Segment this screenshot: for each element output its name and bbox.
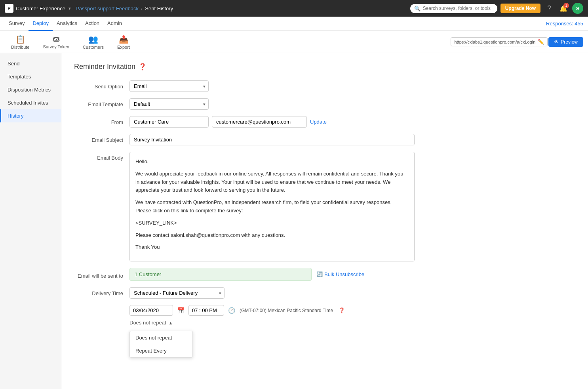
url-bar: https://cxlabs1.questionpro.com/a/cxLogi… [451, 37, 548, 46]
brand-name: Customer Experience [16, 6, 65, 11]
datetime-row: 📅 🕐 (GMT-07:00) Mexican Pacific Standard… [129, 305, 575, 316]
clock-icon[interactable]: 🕐 [228, 307, 236, 314]
distribute-icon: 📋 [15, 34, 25, 44]
email-template-row: Email Template Default Custom [74, 98, 575, 110]
toolbar-export[interactable]: 📤 Export [111, 33, 136, 51]
url-text: https://cxlabs1.questionpro.com/a/cxLogi… [454, 40, 535, 44]
email-body-box[interactable]: Hello, We would appreciate your feedback… [129, 152, 415, 261]
recipients-control: 1 Customer 🔄 Bulk Unsubscribe [129, 268, 575, 281]
breadcrumb-separator: › [141, 6, 143, 11]
secondary-nav: Survey Deploy Analytics Action Admin Res… [0, 17, 588, 31]
email-body-row: Email Body Hello, We would appreciate yo… [74, 152, 575, 261]
toolbar-export-label: Export [117, 45, 130, 50]
email-body-line3: We have contracted with QuestionPro, an … [135, 198, 409, 215]
bulk-unsubscribe-label: Bulk Unsubscribe [324, 271, 364, 277]
email-body-line4: <SURVEY_LINK> [135, 219, 409, 227]
from-label: From [74, 116, 129, 125]
search-box[interactable]: 🔍 [410, 4, 497, 13]
toolbar-survey-token-label: Survey Token [43, 44, 69, 49]
email-subject-control [129, 134, 575, 145]
from-name-input[interactable] [129, 116, 209, 128]
update-link[interactable]: Update [310, 119, 327, 125]
email-subject-label: Email Subject [74, 134, 129, 143]
bulk-unsubscribe-link[interactable]: 🔄 Bulk Unsubscribe [316, 271, 364, 277]
delivery-time-label: Delivery Time [74, 287, 129, 296]
nav-action[interactable]: Action [81, 17, 103, 31]
calendar-icon[interactable]: 📅 [177, 307, 185, 314]
title-help-icon[interactable]: ❓ [139, 63, 147, 71]
notifications-button[interactable]: 🔔 1 [558, 3, 569, 14]
email-body-label: Email Body [74, 152, 129, 161]
breadcrumb-parent[interactable]: Passport support Feedback [76, 6, 139, 11]
upgrade-button[interactable]: Upgrade Now [500, 4, 540, 13]
brand-logo: P [5, 4, 13, 13]
timezone-help-icon[interactable]: ❓ [339, 307, 345, 313]
avatar-button[interactable]: S [572, 3, 583, 14]
from-control: Update [129, 116, 575, 128]
email-template-label: Email Template [74, 98, 129, 107]
page-title-text: Reminder Invitation [74, 63, 135, 71]
breadcrumb-current: Sent History [145, 6, 173, 11]
email-body-control: Hello, We would appreciate your feedback… [129, 152, 575, 261]
delivery-time-wrapper: Send Immediately Scheduled - Future Deli… [129, 287, 225, 299]
notification-badge: 1 [563, 3, 569, 8]
export-icon: 📤 [119, 34, 129, 44]
toolbar-customers-label: Customers [83, 45, 104, 50]
sidebar-item-scheduled-invites[interactable]: Scheduled Invites [0, 96, 61, 109]
survey-token-icon: 🎟 [52, 34, 60, 44]
email-subject-row: Email Subject [74, 134, 575, 145]
repeat-label: Does not repeat [129, 320, 166, 326]
recipients-row: Email will be sent to 1 Customer 🔄 Bulk … [74, 268, 575, 281]
page-title: Reminder Invitation ❓ [74, 63, 575, 71]
brand-chevron-icon: ▾ [69, 6, 71, 11]
main-layout: Send Templates Disposition Metrics Sched… [0, 53, 588, 389]
sidebar-item-history[interactable]: History [0, 109, 61, 122]
send-option-select[interactable]: Email SMS Web [129, 80, 209, 92]
preview-button[interactable]: 👁 Preview [548, 37, 583, 47]
sidebar-item-send[interactable]: Send [0, 57, 61, 70]
sidebar-item-templates[interactable]: Templates [0, 70, 61, 83]
nav-survey[interactable]: Survey [5, 17, 29, 31]
email-subject-input[interactable] [129, 134, 415, 145]
search-icon: 🔍 [414, 6, 421, 11]
toolbar-customers[interactable]: 👥 Customers [76, 33, 110, 51]
bulk-unsubscribe-icon: 🔄 [316, 271, 323, 277]
repeat-option-repeat-every[interactable]: Repeat Every [130, 344, 192, 357]
time-input[interactable] [188, 305, 224, 316]
customers-icon: 👥 [88, 34, 98, 44]
preview-label: Preview [561, 39, 578, 45]
brand-logo-area[interactable]: P Customer Experience ▾ [5, 4, 71, 13]
help-button[interactable]: ? [544, 3, 555, 14]
repeat-option-does-not-repeat[interactable]: Does not repeat [130, 331, 192, 344]
toolbar-survey-token[interactable]: 🎟 Survey Token [36, 33, 75, 51]
email-template-select[interactable]: Default Custom [129, 98, 209, 110]
nav-analytics[interactable]: Analytics [53, 17, 81, 31]
email-body-line6: Thank You [135, 243, 409, 252]
breadcrumb: Passport support Feedback › Sent History [76, 6, 405, 11]
repeat-dropdown: Does not repeat Repeat Every [129, 331, 193, 358]
email-template-wrapper: Default Custom [129, 98, 209, 110]
email-template-control: Default Custom [129, 98, 575, 110]
nav-admin[interactable]: Admin [103, 17, 126, 31]
email-body-line5: Please contact saloni.shah@questionpro.c… [135, 231, 409, 240]
repeat-toggle-button[interactable]: ▲ [169, 320, 173, 325]
send-option-wrapper: Email SMS Web [129, 80, 209, 92]
email-body-line2: We would appreciate your feedback in our… [135, 170, 409, 194]
from-email-input[interactable] [212, 116, 307, 128]
main-content: Reminder Invitation ❓ Send Option Email … [61, 53, 588, 389]
from-row: From Update [74, 116, 575, 128]
date-input[interactable] [129, 305, 173, 316]
responses-count: Responses: 455 [546, 21, 583, 27]
send-option-row: Send Option Email SMS Web [74, 80, 575, 92]
toolbar: 📋 Distribute 🎟 Survey Token 👥 Customers … [0, 31, 588, 53]
nav-deploy[interactable]: Deploy [29, 17, 52, 31]
toolbar-distribute-label: Distribute [11, 45, 29, 50]
email-body-line1: Hello, [135, 158, 409, 166]
search-input[interactable] [423, 6, 493, 11]
recipients-label: Email will be sent to [74, 270, 129, 279]
sidebar-item-disposition-metrics[interactable]: Disposition Metrics [0, 83, 61, 96]
delivery-time-row: Delivery Time Send Immediately Scheduled… [74, 287, 575, 299]
delivery-time-select[interactable]: Send Immediately Scheduled - Future Deli… [129, 287, 225, 299]
url-edit-button[interactable]: ✏️ [538, 39, 544, 45]
toolbar-distribute[interactable]: 📋 Distribute [5, 33, 36, 51]
